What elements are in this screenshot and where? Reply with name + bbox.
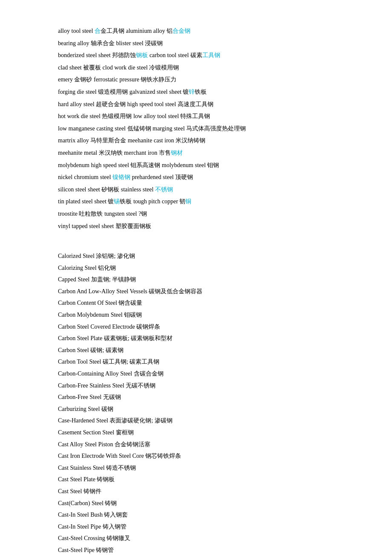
term-line-line14: silicon steel sheet 矽钢板 stainless steel … [58,184,334,196]
definition-entry-23: Cast-In Steel Pipe 铸入钢管 [58,521,334,533]
term-line-line13: nickel chromium steel 镍铬钢 prehardened st… [58,172,334,183]
definition-entry-5: Carbon Molybdenum Steel 钼碳钢 [58,309,334,321]
definition-entry-4: Carbon Content Of Steel 钢含碳量 [58,298,334,309]
term-line-line5: emery 金钢砂 ferrostatic pressure 钢铁水静压力 [58,74,334,86]
term-line-line9: low manganese casting steel 低锰铸钢 marging… [58,123,334,135]
definition-entry-15: Casement Section Steel 窗框钢 [58,427,334,439]
definition-entry-8: Carbon Steel 碳钢; 碳素钢 [58,345,334,356]
definition-entry-22: Cast-In Steel Bush 铸入钢套 [58,509,334,521]
definition-entry-17: Cast Iron Electrode With Steel Core 钢芯铸铁… [58,451,334,462]
definition-entry-10: Carbon-Containing Alloy Steel 含碳合金钢 [58,368,334,380]
term-line-line10: martrix alloy 马特里斯合金 meehanite cast iron… [58,135,334,147]
term-line-line17: vinyl tapped steel sheet 塑胶覆面钢板 [58,221,334,232]
definition-entry-13: Carburizing Steel 碳钢 [58,404,334,415]
term-line-line15: tin plated steel sheet 镀锡铁板 tough pitch … [58,196,334,208]
definition-entry-20: Cast Steel 铸钢件 [58,486,334,497]
definition-entry-18: Cast Stainless Steel 铸造不锈钢 [58,462,334,474]
section-short-terms: alloy tool steel 合金工具钢 aluminium alloy 铝… [58,26,334,232]
definition-entry-19: Cast Steel Plate 铸钢板 [58,474,334,486]
term-line-line8: hot work die steel 热锻模用钢 low alloy tool … [58,111,334,122]
term-line-line6: forging die steel 锻造模用钢 galvanized steel… [58,87,334,98]
definition-entry-16: Cast Alloy Steel Piston 合金铸钢活塞 [58,439,334,451]
definition-entry-11: Carbon-Free Stainless Steel 无碳不锈钢 [58,380,334,392]
definition-entry-21: Cast(Carbon) Steel 铸钢 [58,498,334,509]
term-line-line16: troostite 吐粒散铁 tungsten steel ?钢 [58,208,334,220]
term-line-line1: alloy tool steel 合金工具钢 aluminium alloy 铝… [58,26,334,37]
definition-entry-7: Carbon Steel Plate 碳素钢板; 碳素钢板和型材 [58,333,334,344]
page-content: alloy tool steel 合金工具钢 aluminium alloy 铝… [58,26,334,555]
definition-entry-6: Carbon Steel Covered Electrode 碳钢焊条 [58,321,334,333]
term-line-line11: meehanite metal 米汉纳铁 merchant iron 市售钢材 [58,147,334,159]
definition-entry-2: Capped Steel 加盖钢; 半镇静钢 [58,274,334,286]
definition-entry-12: Carbon-Free Steel 无碳钢 [58,392,334,403]
definition-entry-1: Calorizing Steel 铝化钢 [58,263,334,274]
term-line-line2: bearing alloy 轴承合金 blister steel 浸碳钢 [58,38,334,49]
definition-entry-24: Cast-Steel Crossing 铸钢辙叉 [58,533,334,544]
definition-entry-14: Case-Hardened Steel 表面渗碳硬化钢; 渗碳钢 [58,415,334,427]
definition-entry-0: Calorized Steel 涂铝钢; 渗化钢 [58,251,334,262]
term-line-line12: molybdenum high speed steel 钼系高速钢 molybd… [58,160,334,171]
definition-entry-3: Carbon And Low-Alloy Steel Vessels 碳钢及低合… [58,286,334,298]
section-definitions: Calorized Steel 涂铝钢; 渗化钢Calorizing Steel… [58,251,334,555]
definition-entry-9: Carbon Tool Steel 碳工具钢; 碳素工具钢 [58,356,334,368]
term-line-line3: bonderized steel sheet 邦德防蚀钢板 carbon too… [58,50,334,61]
definition-entry-25: Cast-Steel Pipe 铸钢管 [58,545,334,555]
term-line-line4: clad sheet 被覆板 clod work die steel 冷锻模用钢 [58,62,334,74]
term-line-line7: hard alloy steel 超硬合金钢 high speed tool s… [58,99,334,110]
